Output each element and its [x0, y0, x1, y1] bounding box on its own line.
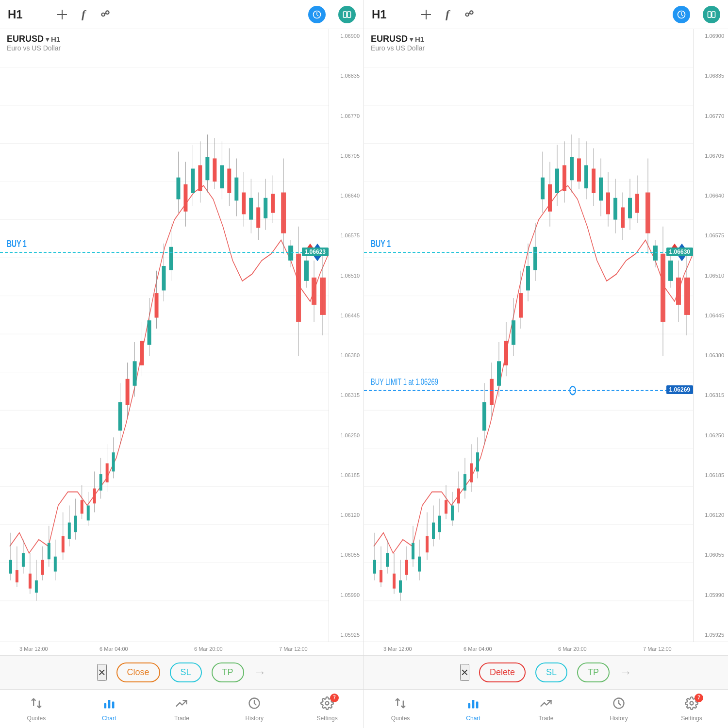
right-chart-header: EURUSD ▾ H1 Euro vs US Dollar	[371, 34, 425, 52]
right-chart-area: EURUSD ▾ H1 Euro vs US Dollar 1.06900 1.…	[364, 29, 728, 642]
svg-rect-164	[432, 523, 435, 539]
left-indicator-icon[interactable]	[99, 8, 112, 21]
svg-rect-182	[490, 379, 494, 405]
svg-text:BUY LIMIT 1 at 1.06269: BUY LIMIT 1 at 1.06269	[371, 377, 438, 387]
left-nav-history[interactable]: History	[218, 696, 291, 722]
svg-rect-94	[249, 198, 253, 220]
svg-rect-66	[148, 320, 151, 345]
left-close-button[interactable]: Close	[116, 662, 160, 682]
right-nav-settings[interactable]: 7 Settings	[655, 696, 728, 722]
right-crosshair-icon[interactable]	[420, 9, 432, 20]
left-split-icon[interactable]	[338, 6, 356, 23]
svg-rect-128	[708, 12, 711, 17]
svg-rect-110	[312, 278, 316, 305]
right-nav-history[interactable]: History	[582, 696, 655, 722]
svg-rect-76	[183, 184, 187, 212]
left-clock-icon[interactable]	[308, 6, 326, 23]
left-action-arrow[interactable]: →	[254, 665, 266, 680]
left-crosshair-icon[interactable]	[56, 9, 68, 20]
svg-point-2	[101, 13, 105, 16]
left-timeframe[interactable]: H1	[8, 8, 32, 21]
right-nav-trade-label: Trade	[539, 715, 554, 722]
svg-rect-216	[613, 198, 617, 220]
right-action-arrow[interactable]: →	[619, 665, 632, 680]
left-nav-trade[interactable]: Trade	[146, 696, 218, 722]
right-nav-trade[interactable]: Trade	[510, 696, 582, 722]
left-settings-badge: 7	[330, 694, 339, 702]
svg-rect-102	[281, 193, 286, 233]
left-nav-quotes[interactable]: Quotes	[0, 696, 73, 722]
left-nav-chart[interactable]: Chart	[73, 696, 146, 722]
right-nav-chart[interactable]: Chart	[437, 696, 510, 722]
right-tp-button[interactable]: TP	[577, 662, 610, 682]
svg-rect-118	[108, 700, 110, 709]
left-nav-history-label: History	[246, 715, 264, 722]
right-close-x-button[interactable]: ×	[460, 664, 469, 681]
svg-rect-82	[205, 157, 209, 181]
svg-rect-106	[296, 254, 301, 322]
svg-rect-228	[661, 254, 665, 322]
right-delete-button[interactable]: Delete	[479, 662, 526, 682]
svg-rect-78	[191, 168, 195, 193]
left-chart-svg: BUY 1	[0, 29, 329, 642]
svg-rect-172	[457, 489, 460, 504]
svg-point-124	[465, 13, 469, 16]
svg-point-246	[690, 701, 694, 705]
svg-rect-170	[451, 506, 454, 521]
left-tp-button[interactable]: TP	[212, 662, 244, 682]
left-bottom-nav: Quotes Chart Trade History	[0, 689, 364, 728]
right-function-icon[interactable]: f	[446, 8, 449, 21]
svg-rect-196	[541, 178, 545, 199]
svg-rect-100	[271, 194, 275, 213]
svg-rect-119	[112, 701, 115, 708]
left-panel: H1 f	[0, 0, 364, 728]
right-nav-quotes[interactable]: Quotes	[364, 696, 437, 722]
right-bottom-nav: Quotes Chart Trade History	[364, 689, 728, 728]
svg-rect-208	[584, 165, 588, 188]
svg-point-3	[106, 11, 109, 14]
svg-rect-70	[162, 266, 166, 290]
left-chart-header: EURUSD ▾ H1 Euro vs US Dollar	[7, 34, 61, 52]
svg-rect-38	[54, 557, 57, 572]
svg-text:BUY 1: BUY 1	[371, 238, 391, 249]
right-nav-quotes-label: Quotes	[391, 715, 410, 722]
right-split-icon[interactable]	[703, 6, 720, 23]
right-indicator-icon[interactable]	[463, 8, 476, 21]
svg-rect-224	[645, 193, 650, 233]
svg-rect-104	[288, 246, 293, 261]
right-buy-price-tag: 1.06630	[666, 248, 693, 256]
svg-rect-218	[621, 207, 625, 228]
right-chart-icon	[466, 696, 480, 713]
left-price-axis: 1.06900 1.06835 1.06770 1.06705 1.06640 …	[329, 29, 364, 642]
right-timeframe[interactable]: H1	[372, 8, 396, 21]
right-settings-badge: 7	[695, 694, 703, 702]
left-chart-area: EURUSD ▾ H1 Euro vs US Dollar 1.06900 1.…	[0, 29, 364, 642]
right-settings-icon: 7	[685, 696, 698, 713]
svg-rect-154	[399, 580, 402, 593]
left-close-x-button[interactable]: ×	[97, 664, 106, 681]
left-function-icon[interactable]: f	[82, 8, 85, 21]
svg-rect-52	[99, 474, 102, 491]
svg-rect-243	[472, 700, 475, 709]
right-sl-button[interactable]: SL	[535, 662, 567, 682]
left-trade-icon	[175, 696, 188, 713]
left-nav-settings[interactable]: 7 Settings	[291, 696, 364, 722]
left-chart-symbol[interactable]: EURUSD ▾ H1	[7, 34, 61, 44]
svg-rect-7	[347, 12, 351, 17]
svg-rect-50	[93, 489, 96, 504]
svg-rect-200	[555, 168, 559, 193]
svg-rect-44	[74, 516, 77, 532]
svg-rect-84	[213, 158, 216, 182]
right-quotes-icon	[394, 696, 407, 713]
right-clock-icon[interactable]	[673, 6, 690, 23]
svg-rect-96	[256, 207, 260, 228]
svg-rect-166	[438, 516, 441, 532]
svg-rect-26	[16, 570, 18, 582]
right-history-icon	[612, 696, 626, 713]
right-nav-settings-label: Settings	[681, 715, 702, 722]
svg-rect-184	[497, 361, 501, 385]
left-nav-quotes-label: Quotes	[27, 715, 46, 722]
svg-rect-232	[676, 278, 681, 305]
right-chart-symbol[interactable]: EURUSD ▾ H1	[371, 34, 425, 44]
left-sl-button[interactable]: SL	[170, 662, 202, 682]
